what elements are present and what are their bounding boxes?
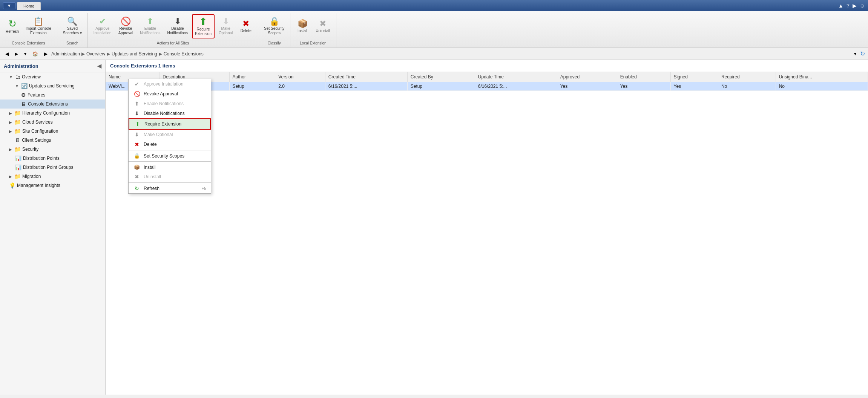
sidebar-item-hierarchy-config[interactable]: ▶ 📁 Hierarchy Configuration [0, 109, 105, 118]
saved-searches-icon: 🔍 [67, 17, 77, 26]
help-icon[interactable]: ? [847, 3, 850, 9]
cell-created-by: Setup [407, 82, 475, 91]
make-optional-button[interactable]: ⬇ MakeOptional [216, 15, 235, 37]
breadcrumb-sep-3: ▶ [159, 51, 162, 57]
approve-installation-button[interactable]: ✔ ApproveInstallation [91, 15, 114, 37]
migration-icon: 📁 [14, 173, 21, 179]
ctx-uninstall[interactable]: ✖ Uninstall [129, 172, 211, 182]
sidebar-item-client-settings[interactable]: 🖥 Client Settings [0, 136, 105, 145]
breadcrumb-administration[interactable]: Administration [51, 51, 80, 57]
app-menu-button[interactable]: ▼ [3, 2, 15, 9]
enable-notifications-button[interactable]: ⬆ EnableNotifications [137, 15, 163, 37]
ctx-separator-2 [129, 161, 211, 162]
main-layout: Administration ◀ ▼ 🗂 Overview ▼ 🔄 Update… [0, 60, 868, 395]
ctx-disable-notifications[interactable]: ⬇ Disable Notifications [129, 109, 211, 118]
col-enabled[interactable]: Enabled [617, 72, 670, 82]
sidebar-item-distribution-points[interactable]: 📊 Distribution Points [0, 154, 105, 163]
sidebar-item-features[interactable]: ⚙ Features [0, 90, 105, 100]
search-group-label: Search [60, 40, 84, 46]
refresh-nav-icon[interactable]: ↻ [860, 50, 865, 57]
revoke-approval-button[interactable]: 🚫 RevokeApproval [116, 15, 136, 37]
col-author[interactable]: Author [229, 72, 275, 82]
ctx-revoke-approval[interactable]: 🚫 Revoke Approval [129, 89, 211, 99]
ctx-delete-label: Delete [144, 142, 157, 147]
sidebar-item-management-insights[interactable]: 💡 Management Insights [0, 181, 105, 190]
overview-icon: 🗂 [15, 74, 20, 80]
sidebar-item-security[interactable]: ▶ 📁 Security [0, 145, 105, 154]
ctx-enable-notifications[interactable]: ⬆ Enable Notifications [129, 99, 211, 109]
col-unsigned-binary[interactable]: Unsigned Bina... [776, 72, 868, 82]
ribbon-group-classify-items: 🔒 Set SecurityScopes [261, 14, 287, 38]
user-icon[interactable]: ☺ [860, 3, 865, 9]
sidebar-item-site-configuration[interactable]: ▶ 📁 Site Configuration [0, 127, 105, 136]
breadcrumb-updates[interactable]: Updates and Servicing [112, 51, 157, 57]
site-config-icon: 📁 [14, 128, 21, 134]
saved-searches-button[interactable]: 🔍 SavedSearches ▾ [60, 15, 84, 37]
uninstall-icon: ✖ [319, 20, 326, 28]
col-required[interactable]: Required [718, 72, 776, 82]
home-button[interactable]: 🏠 [30, 50, 40, 58]
dist-points-icon: 📊 [15, 155, 21, 161]
breadcrumb-dropdown[interactable]: ▾ [852, 50, 859, 58]
sidebar-item-overview[interactable]: ▼ 🗂 Overview [0, 72, 105, 81]
col-version[interactable]: Version [275, 72, 325, 82]
delete-button[interactable]: ✖ Delete [237, 18, 255, 35]
ctx-approve-installation[interactable]: ✔ Approve Installation [129, 79, 211, 89]
breadcrumb-console-extensions[interactable]: Console Extensions [164, 51, 204, 57]
ctx-require-extension[interactable]: ⬆ Require Extension [129, 118, 211, 130]
table-row[interactable]: WebVi... Extension... Setup 2.0 6/16/202… [106, 82, 868, 91]
features-label: Features [28, 92, 45, 98]
cell-version: 2.0 [275, 82, 325, 91]
col-signed[interactable]: Signed [670, 72, 718, 82]
sidebar-item-updates-servicing[interactable]: ▼ 🔄 Updates and Servicing [0, 81, 105, 90]
col-update-time[interactable]: Update Time [475, 72, 557, 82]
sidebar-item-migration[interactable]: ▶ 📁 Migration [0, 172, 105, 181]
require-extension-button[interactable]: ⬆ RequireExtension [192, 14, 215, 38]
cell-approved: Yes [557, 82, 617, 91]
sidebar-item-console-extensions[interactable]: 🖥 Console Extensions [0, 100, 105, 109]
ctx-require-ext-label: Require Extension [144, 121, 181, 127]
disable-notifications-button[interactable]: ⬇ DisableNotifications [165, 15, 190, 37]
col-created-by[interactable]: Created By [407, 72, 475, 82]
col-approved[interactable]: Approved [557, 72, 617, 82]
forward-button[interactable]: ▶ [12, 50, 20, 58]
sidebar: Administration ◀ ▼ 🗂 Overview ▼ 🔄 Update… [0, 60, 106, 395]
import-console-extension-button[interactable]: 📋 Import ConsoleExtension [23, 15, 54, 37]
ribbon-group-search-items: 🔍 SavedSearches ▾ [60, 14, 84, 38]
cloud-label: Cloud Services [22, 119, 53, 125]
refresh-label: Refresh [6, 29, 19, 34]
minimize-icon[interactable]: ▲ [838, 3, 843, 9]
console-ext-label: Console Extensions [28, 101, 68, 107]
refresh-button[interactable]: ↻ Refresh [3, 17, 21, 36]
updates-icon: 🔄 [21, 83, 28, 89]
set-security-scopes-button[interactable]: 🔒 Set SecurityScopes [261, 15, 287, 37]
sidebar-item-cloud-services[interactable]: ▶ 📁 Cloud Services [0, 118, 105, 127]
dist-points-label: Distribution Points [23, 156, 60, 161]
ctx-set-security-scopes[interactable]: 🔒 Set Security Scopes [129, 151, 211, 161]
ribbon-group-actions-items: ✔ ApproveInstallation 🚫 RevokeApproval ⬆… [91, 14, 255, 38]
back-button[interactable]: ◀ [3, 50, 11, 58]
cell-signed: Yes [670, 82, 718, 91]
notification-icon[interactable]: ▶ [853, 3, 857, 9]
ribbon-group-local-items: 📦 Install ✖ Uninstall [293, 14, 333, 38]
nav-dropdown-button[interactable]: ▾ [22, 50, 29, 58]
install-label: Install [298, 29, 307, 33]
sidebar-item-distribution-point-groups[interactable]: 📊 Distribution Point Groups [0, 163, 105, 172]
ctx-revoke-icon: 🚫 [133, 91, 141, 97]
ctx-delete[interactable]: ✖ Delete [129, 139, 211, 149]
breadcrumb-overview[interactable]: Overview [86, 51, 105, 57]
approve-label: ApproveInstallation [94, 26, 112, 35]
console-ext-icon: 🖥 [21, 101, 26, 107]
home-tab[interactable]: Home [17, 2, 41, 10]
ctx-make-optional[interactable]: ⬇ Make Optional [129, 130, 211, 139]
cell-unsigned-binary: No [776, 82, 868, 91]
sidebar-collapse-button[interactable]: ◀ [97, 63, 101, 69]
col-created-time[interactable]: Created Time [325, 72, 407, 82]
uninstall-button[interactable]: ✖ Uninstall [313, 18, 333, 35]
ctx-enable-notif-icon: ⬆ [133, 101, 141, 107]
nav-sep: ▶ [42, 50, 50, 58]
install-button[interactable]: 📦 Install [293, 18, 311, 35]
ctx-install[interactable]: 📦 Install [129, 162, 211, 172]
ctx-refresh[interactable]: ↻ Refresh F5 [129, 184, 211, 193]
ctx-refresh-shortcut: F5 [201, 186, 206, 191]
